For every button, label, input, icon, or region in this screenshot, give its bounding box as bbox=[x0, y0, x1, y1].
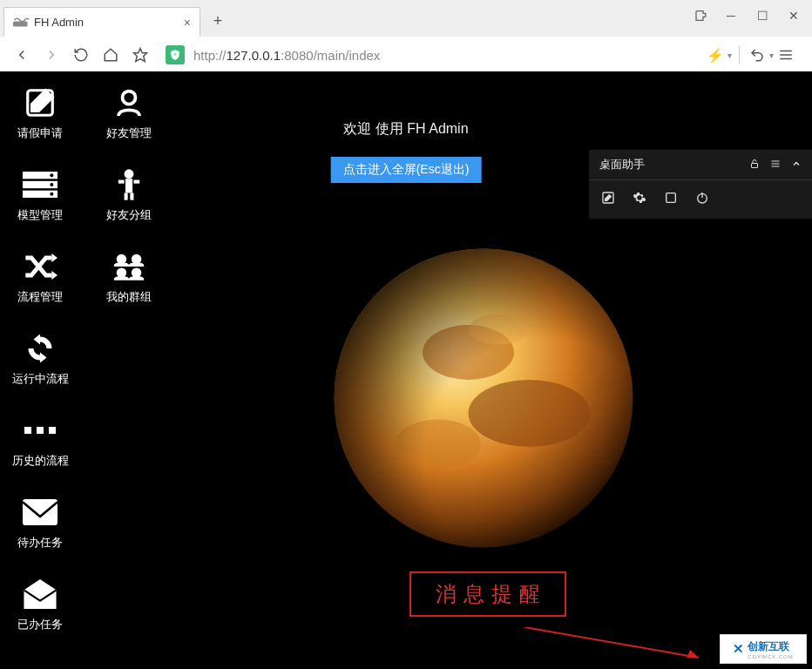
svg-marker-47 bbox=[687, 650, 699, 658]
shuffle-icon bbox=[23, 249, 58, 284]
desktop-item-running-flow[interactable]: 运行中流程 bbox=[12, 331, 68, 387]
window-controls: ─ ☐ ✕ bbox=[687, 5, 807, 26]
assistant-gear-icon[interactable] bbox=[633, 191, 646, 208]
caret-down-icon-2[interactable]: ▾ bbox=[769, 51, 774, 60]
dots-icon bbox=[23, 413, 58, 448]
forward-button[interactable] bbox=[38, 42, 64, 68]
open-mail-icon bbox=[23, 577, 58, 612]
menu-button[interactable] bbox=[775, 42, 796, 68]
browser-chrome: FH Admin × + ─ ☐ ✕ + bbox=[0, 0, 812, 71]
assistant-panel: 桌面助手 bbox=[589, 150, 812, 219]
svg-point-7 bbox=[123, 91, 136, 105]
svg-rect-29 bbox=[37, 427, 44, 434]
arrow-annotation bbox=[524, 627, 707, 662]
desktop-item-my-groups[interactable]: 我的群组 bbox=[101, 249, 157, 305]
maximize-button[interactable]: ☐ bbox=[749, 5, 775, 26]
svg-point-12 bbox=[50, 183, 53, 186]
menu-lines-icon[interactable] bbox=[770, 159, 781, 172]
svg-text:+: + bbox=[173, 51, 177, 57]
desktop-item-flow-manage[interactable]: 流程管理 bbox=[12, 249, 68, 305]
desktop-item-label: 历史的流程 bbox=[12, 453, 69, 469]
person-icon bbox=[112, 167, 146, 202]
assistant-edit-icon[interactable] bbox=[601, 191, 615, 208]
url-bar[interactable]: + http://127.0.0.1:8080/main/index bbox=[157, 45, 703, 64]
favorite-button[interactable] bbox=[127, 42, 153, 68]
svg-point-11 bbox=[50, 173, 53, 177]
assistant-body bbox=[589, 180, 812, 219]
svg-marker-21 bbox=[51, 271, 58, 280]
user-icon bbox=[112, 85, 146, 120]
ext-icon[interactable] bbox=[687, 5, 713, 26]
desktop-item-label: 待办任务 bbox=[17, 535, 63, 551]
watermark: ✕ 创新互联 CDXWCX.COM bbox=[720, 634, 807, 664]
svg-rect-17 bbox=[133, 180, 139, 184]
watermark-sub: CDXWCX.COM bbox=[748, 654, 793, 659]
message-alert: 消息提醒 bbox=[409, 571, 566, 617]
assistant-window-icon[interactable] bbox=[664, 191, 678, 208]
minimize-button[interactable]: ─ bbox=[718, 5, 744, 26]
desktop-item-label: 模型管理 bbox=[17, 207, 63, 223]
tab-bar: FH Admin × + ─ ☐ ✕ bbox=[0, 0, 812, 37]
edit-icon bbox=[23, 85, 58, 120]
desktop-item-todo-tasks[interactable]: 待办任务 bbox=[12, 495, 68, 551]
mail-icon bbox=[23, 495, 58, 530]
desktop-item-label: 已办任务 bbox=[17, 617, 63, 632]
svg-rect-43 bbox=[667, 193, 676, 203]
tab-title: FH Admin bbox=[34, 16, 84, 29]
svg-rect-0 bbox=[13, 21, 28, 26]
desktop-item-friend-group[interactable]: 好友分组 bbox=[101, 167, 157, 223]
app-desktop: 请假申请 好友管理 模型管理 好友分组 bbox=[0, 71, 812, 669]
svg-marker-20 bbox=[51, 253, 58, 262]
svg-rect-16 bbox=[118, 180, 125, 184]
svg-line-46 bbox=[524, 627, 699, 658]
watermark-logo-icon: ✕ bbox=[733, 641, 744, 657]
tab-close-icon[interactable]: × bbox=[184, 16, 191, 30]
divider bbox=[739, 46, 740, 64]
group-icon bbox=[112, 249, 146, 284]
welcome-text: 欢迎 使用 FH Admin bbox=[0, 120, 812, 139]
planet-image bbox=[331, 246, 636, 551]
svg-point-14 bbox=[125, 169, 134, 179]
new-tab-button[interactable]: + bbox=[206, 9, 230, 33]
svg-rect-30 bbox=[49, 427, 56, 434]
shield-icon: + bbox=[166, 45, 185, 64]
lock-icon[interactable] bbox=[749, 159, 760, 172]
sync-icon bbox=[23, 331, 58, 366]
svg-marker-27 bbox=[40, 353, 47, 363]
lightning-icon[interactable]: ⚡ bbox=[707, 47, 724, 64]
home-button[interactable] bbox=[98, 42, 124, 68]
svg-point-13 bbox=[50, 193, 53, 196]
browser-tab[interactable]: FH Admin × bbox=[3, 7, 200, 37]
desktop-icons: 请假申请 好友管理 模型管理 好友分组 bbox=[12, 85, 157, 632]
server-icon bbox=[23, 167, 58, 202]
fullscreen-button[interactable]: 点击进入全屏(Esc退出) bbox=[331, 157, 482, 183]
svg-rect-19 bbox=[130, 193, 133, 200]
svg-rect-18 bbox=[125, 193, 128, 200]
close-window-button[interactable]: ✕ bbox=[781, 5, 807, 26]
svg-rect-28 bbox=[24, 427, 31, 434]
svg-rect-15 bbox=[125, 179, 132, 193]
right-nav: ⚡ ▾ ▾ bbox=[707, 42, 803, 68]
undo-button[interactable] bbox=[747, 42, 768, 68]
desktop-item-history-flow[interactable]: 历史的流程 bbox=[12, 413, 68, 469]
desktop-item-label: 运行中流程 bbox=[12, 371, 69, 387]
desktop-item-label: 好友分组 bbox=[106, 207, 152, 223]
url-text: http://127.0.0.1:8080/main/index bbox=[193, 48, 380, 63]
svg-rect-31 bbox=[23, 499, 58, 525]
assistant-header[interactable]: 桌面助手 bbox=[589, 150, 812, 180]
back-button[interactable] bbox=[9, 42, 35, 68]
assistant-title: 桌面助手 bbox=[599, 157, 645, 172]
desktop-item-label: 我的群组 bbox=[106, 289, 152, 305]
tab-favicon bbox=[13, 17, 29, 29]
svg-point-37 bbox=[335, 249, 633, 548]
chevron-up-icon[interactable] bbox=[791, 159, 802, 172]
desktop-item-label: 流程管理 bbox=[17, 289, 63, 305]
desktop-item-model-manage[interactable]: 模型管理 bbox=[12, 167, 68, 223]
desktop-item-done-tasks[interactable]: 已办任务 bbox=[12, 577, 68, 632]
svg-rect-38 bbox=[752, 163, 758, 167]
svg-marker-26 bbox=[34, 334, 41, 345]
caret-down-icon[interactable]: ▾ bbox=[727, 51, 732, 60]
svg-marker-1 bbox=[134, 49, 147, 62]
refresh-button[interactable] bbox=[68, 42, 94, 68]
assistant-power-icon[interactable] bbox=[695, 191, 709, 208]
